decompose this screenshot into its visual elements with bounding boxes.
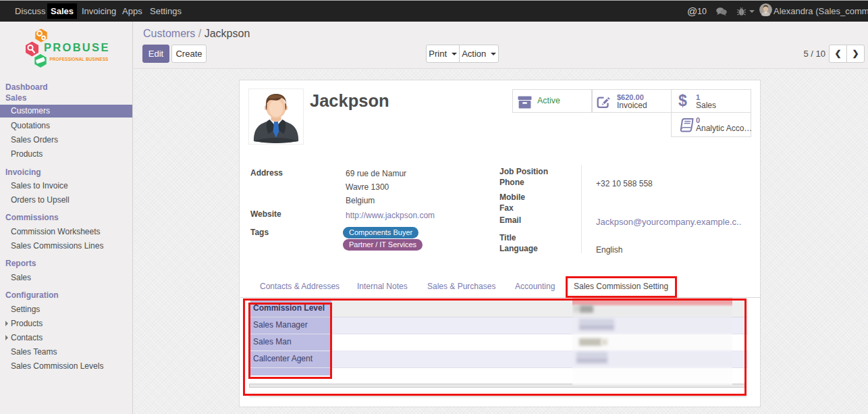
- svg-text:PROBUSE: PROBUSE: [44, 41, 110, 53]
- svg-text:PROFESSIONAL BUSINESS: PROFESSIONAL BUSINESS: [50, 57, 109, 61]
